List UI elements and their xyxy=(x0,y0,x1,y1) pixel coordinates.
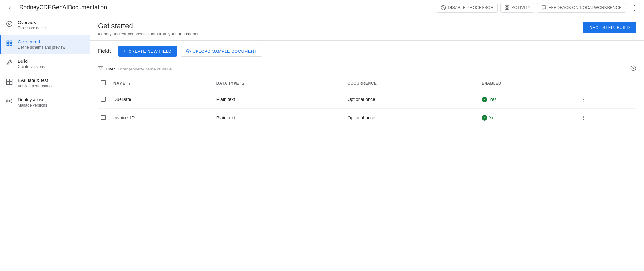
svg-marker-18 xyxy=(98,67,102,70)
fields-title: Fields xyxy=(98,48,112,54)
row-more-button[interactable] xyxy=(579,113,589,123)
sidebar-overview-subtitle: Processor details xyxy=(18,26,47,30)
actions-column-header xyxy=(576,76,636,90)
row-enabled: ✓ Yes xyxy=(479,90,576,109)
activity-icon xyxy=(505,5,510,10)
svg-point-21 xyxy=(583,98,584,98)
name-header-label: NAME xyxy=(113,81,125,86)
topbar-actions: DISABLE PROCESSOR ACTIVITY FEEDBACK ON D… xyxy=(437,2,640,14)
disable-processor-label: DISABLE PROCESSOR xyxy=(448,5,494,10)
sidebar: Overview Processor details Get started D… xyxy=(0,15,90,271)
evaluate-icon xyxy=(6,79,13,87)
table-row: DueDate Plain text Optional once ✓ Yes xyxy=(98,90,636,109)
deploy-icon xyxy=(6,98,13,106)
row-data-type: Plain text xyxy=(214,90,345,109)
svg-rect-15 xyxy=(10,82,12,85)
get-started-icon xyxy=(6,40,13,48)
sidebar-build-subtitle: Create versions xyxy=(18,64,45,69)
table-row: Invoice_ID Plain text Optional once ✓ Ye… xyxy=(98,109,636,127)
svg-point-7 xyxy=(9,23,10,25)
svg-point-6 xyxy=(7,21,12,27)
build-icon xyxy=(6,59,13,67)
row-checkbox[interactable] xyxy=(101,97,106,102)
name-sort-icon: ▲ xyxy=(128,82,131,85)
svg-rect-8 xyxy=(7,41,9,43)
sidebar-item-overview[interactable]: Overview Processor details xyxy=(0,15,90,35)
enabled-label: Yes xyxy=(489,97,497,102)
overview-icon xyxy=(6,21,13,29)
svg-point-16 xyxy=(9,100,10,101)
fields-toolbar: Fields + CREATE NEW FIELD UPLOAD SAMPLE … xyxy=(90,41,644,62)
select-all-header[interactable] xyxy=(98,76,111,90)
sidebar-item-build[interactable]: Build Create versions xyxy=(0,54,90,73)
data-type-column-header[interactable]: DATA TYPE ▲ xyxy=(214,76,345,90)
sidebar-item-evaluate[interactable]: Evaluate & test Version performance xyxy=(0,73,90,93)
sidebar-item-get-started[interactable]: Get started Define schema and preview xyxy=(0,35,90,54)
create-field-label: CREATE NEW FIELD xyxy=(129,49,172,54)
upload-doc-label: UPLOAD SAMPLE DOCUMENT xyxy=(193,49,257,54)
feedback-label: FEEDBACK ON DOCAI WORKBENCH xyxy=(548,5,622,10)
page-subtitle: Identify and extract specific data from … xyxy=(98,32,198,36)
svg-point-24 xyxy=(583,116,584,117)
occurrence-header-label: OCCURRENCE xyxy=(347,81,377,86)
row-actions[interactable] xyxy=(576,90,636,109)
filter-bar: Filter xyxy=(90,62,644,76)
svg-point-22 xyxy=(583,99,584,100)
row-enabled: ✓ Yes xyxy=(479,109,576,127)
help-icon[interactable] xyxy=(630,65,636,73)
feedback-button[interactable]: FEEDBACK ON DOCAI WORKBENCH xyxy=(537,3,626,13)
row-name: DueDate xyxy=(111,90,214,109)
row-checkbox-cell[interactable] xyxy=(98,90,111,109)
enabled-check-icon: ✓ xyxy=(482,115,487,121)
main-content: Get started Identify and extract specifi… xyxy=(90,15,644,271)
svg-rect-11 xyxy=(10,44,12,46)
upload-sample-document-button[interactable]: UPLOAD SAMPLE DOCUMENT xyxy=(181,46,263,57)
svg-point-26 xyxy=(583,119,584,120)
sidebar-get-started-subtitle: Define schema and preview xyxy=(18,45,65,50)
sidebar-item-deploy[interactable]: Deploy & use Manage versions xyxy=(0,93,90,112)
disable-processor-button[interactable]: DISABLE PROCESSOR xyxy=(437,3,498,13)
more-options-button[interactable]: ⋮ xyxy=(629,2,640,14)
sidebar-overview-title: Overview xyxy=(18,20,47,25)
data-type-header-label: DATA TYPE xyxy=(216,81,239,86)
name-column-header[interactable]: NAME ▲ xyxy=(111,76,214,90)
fields-table: NAME ▲ DATA TYPE ▲ OCCURRENCE ENABLED xyxy=(98,76,636,127)
row-checkbox-cell[interactable] xyxy=(98,109,111,127)
filter-input[interactable] xyxy=(118,67,628,71)
back-button[interactable] xyxy=(4,2,15,14)
filter-label: Filter xyxy=(106,67,115,71)
row-checkbox[interactable] xyxy=(101,115,106,120)
activity-label: ACTIVITY xyxy=(512,5,531,10)
sidebar-get-started-title: Get started xyxy=(18,39,65,44)
feedback-icon xyxy=(541,5,546,10)
upload-icon xyxy=(186,49,191,53)
sidebar-evaluate-subtitle: Version performance xyxy=(18,84,53,88)
row-data-type: Plain text xyxy=(214,109,345,127)
page-title: Get started xyxy=(98,22,198,30)
row-actions[interactable] xyxy=(576,109,636,127)
select-all-checkbox[interactable] xyxy=(101,80,106,85)
sidebar-deploy-subtitle: Manage versions xyxy=(18,103,47,107)
row-more-button[interactable] xyxy=(579,94,589,105)
row-occurrence: Optional once xyxy=(345,109,479,127)
layout: Overview Processor details Get started D… xyxy=(0,15,644,271)
svg-rect-9 xyxy=(10,41,12,43)
disable-icon xyxy=(441,5,446,10)
svg-rect-3 xyxy=(507,6,509,7)
main-header: Get started Identify and extract specifi… xyxy=(90,15,644,41)
svg-rect-10 xyxy=(7,44,9,46)
next-step-button[interactable]: NEXT STEP: BUILD xyxy=(583,22,636,33)
svg-point-23 xyxy=(583,101,584,101)
enabled-label: Yes xyxy=(489,115,497,120)
create-new-field-button[interactable]: + CREATE NEW FIELD xyxy=(118,46,177,57)
svg-rect-13 xyxy=(10,79,12,82)
svg-line-1 xyxy=(442,6,445,9)
activity-button[interactable]: ACTIVITY xyxy=(500,3,535,13)
data-type-sort-icon: ▲ xyxy=(242,82,245,85)
row-occurrence: Optional once xyxy=(345,90,479,109)
svg-rect-5 xyxy=(505,8,507,10)
sidebar-evaluate-title: Evaluate & test xyxy=(18,78,53,83)
row-name: Invoice_ID xyxy=(111,109,214,127)
svg-rect-14 xyxy=(7,82,9,85)
svg-point-25 xyxy=(583,117,584,118)
